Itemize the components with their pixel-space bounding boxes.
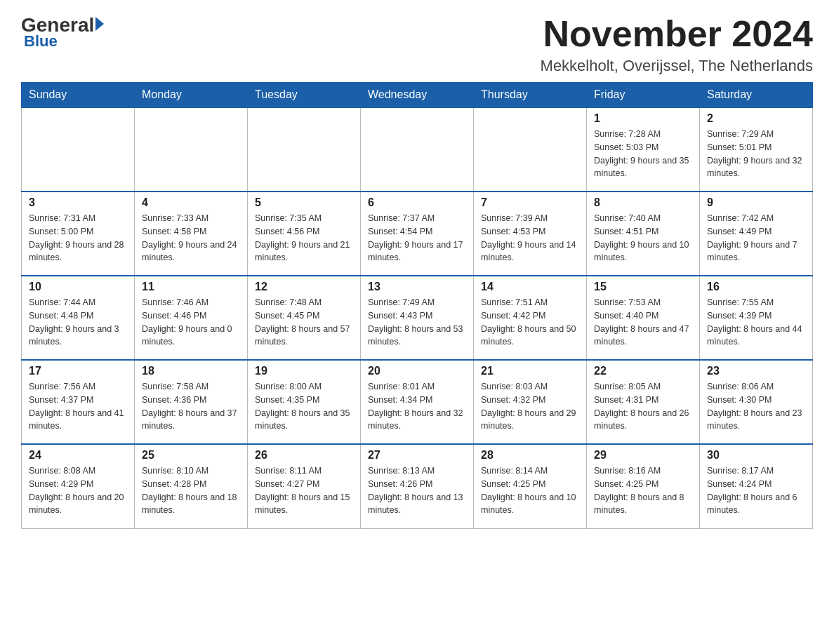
day-number: 20 xyxy=(368,365,466,377)
calendar-cell xyxy=(22,107,135,192)
calendar-week-2: 3Sunrise: 7:31 AMSunset: 5:00 PMDaylight… xyxy=(22,192,813,276)
day-info: Sunrise: 7:42 AMSunset: 4:49 PMDaylight:… xyxy=(707,212,805,264)
day-number: 3 xyxy=(29,196,127,209)
day-number: 27 xyxy=(368,449,466,462)
calendar-cell: 6Sunrise: 7:37 AMSunset: 4:54 PMDaylight… xyxy=(361,192,474,276)
day-number: 13 xyxy=(368,281,466,293)
day-info: Sunrise: 7:46 AMSunset: 4:46 PMDaylight:… xyxy=(142,296,240,349)
day-number: 18 xyxy=(142,365,240,377)
calendar-cell: 11Sunrise: 7:46 AMSunset: 4:46 PMDayligh… xyxy=(135,276,248,360)
calendar-cell: 1Sunrise: 7:28 AMSunset: 5:03 PMDaylight… xyxy=(587,107,700,192)
weekday-header-thursday: Thursday xyxy=(474,83,587,108)
day-number: 24 xyxy=(29,449,127,462)
logo: General Blue xyxy=(21,14,104,51)
calendar-cell: 29Sunrise: 8:16 AMSunset: 4:25 PMDayligh… xyxy=(587,444,700,528)
day-number: 12 xyxy=(255,281,353,293)
calendar-cell: 9Sunrise: 7:42 AMSunset: 4:49 PMDaylight… xyxy=(700,192,813,276)
calendar-cell: 26Sunrise: 8:11 AMSunset: 4:27 PMDayligh… xyxy=(248,444,361,528)
day-info: Sunrise: 8:10 AMSunset: 4:28 PMDaylight:… xyxy=(142,464,240,517)
location-title: Mekkelholt, Overijssel, The Netherlands xyxy=(541,57,813,75)
calendar-week-1: 1Sunrise: 7:28 AMSunset: 5:03 PMDaylight… xyxy=(22,107,813,192)
day-number: 9 xyxy=(707,196,805,209)
day-number: 2 xyxy=(707,112,805,125)
calendar-cell: 20Sunrise: 8:01 AMSunset: 4:34 PMDayligh… xyxy=(361,360,474,444)
day-number: 30 xyxy=(707,449,805,462)
calendar-cell: 13Sunrise: 7:49 AMSunset: 4:43 PMDayligh… xyxy=(361,276,474,360)
day-number: 22 xyxy=(594,365,692,377)
day-number: 28 xyxy=(481,449,579,462)
calendar-cell: 19Sunrise: 8:00 AMSunset: 4:35 PMDayligh… xyxy=(248,360,361,444)
calendar-cell: 28Sunrise: 8:14 AMSunset: 4:25 PMDayligh… xyxy=(474,444,587,528)
day-info: Sunrise: 7:37 AMSunset: 4:54 PMDaylight:… xyxy=(368,212,466,264)
day-info: Sunrise: 8:01 AMSunset: 4:34 PMDaylight:… xyxy=(368,380,466,433)
logo-arrow-icon xyxy=(95,17,104,31)
day-info: Sunrise: 8:03 AMSunset: 4:32 PMDaylight:… xyxy=(481,380,579,433)
logo-blue-text: Blue xyxy=(24,32,58,51)
calendar-cell: 27Sunrise: 8:13 AMSunset: 4:26 PMDayligh… xyxy=(361,444,474,528)
calendar-cell xyxy=(248,107,361,192)
calendar-cell: 16Sunrise: 7:55 AMSunset: 4:39 PMDayligh… xyxy=(700,276,813,360)
day-number: 10 xyxy=(29,281,127,293)
day-info: Sunrise: 7:31 AMSunset: 5:00 PMDaylight:… xyxy=(29,212,127,264)
day-number: 11 xyxy=(142,281,240,293)
weekday-header-sunday: Sunday xyxy=(22,83,135,108)
day-number: 26 xyxy=(255,449,353,462)
day-info: Sunrise: 8:11 AMSunset: 4:27 PMDaylight:… xyxy=(255,464,353,517)
day-info: Sunrise: 8:08 AMSunset: 4:29 PMDaylight:… xyxy=(29,464,127,517)
day-number: 17 xyxy=(29,365,127,377)
calendar-cell: 10Sunrise: 7:44 AMSunset: 4:48 PMDayligh… xyxy=(22,276,135,360)
day-info: Sunrise: 7:28 AMSunset: 5:03 PMDaylight:… xyxy=(594,128,692,180)
calendar-cell: 23Sunrise: 8:06 AMSunset: 4:30 PMDayligh… xyxy=(700,360,813,444)
calendar-week-3: 10Sunrise: 7:44 AMSunset: 4:48 PMDayligh… xyxy=(22,276,813,360)
title-area: November 2024 Mekkelholt, Overijssel, Th… xyxy=(541,14,813,75)
day-info: Sunrise: 7:48 AMSunset: 4:45 PMDaylight:… xyxy=(255,296,353,349)
calendar-cell: 8Sunrise: 7:40 AMSunset: 4:51 PMDaylight… xyxy=(587,192,700,276)
day-info: Sunrise: 7:51 AMSunset: 4:42 PMDaylight:… xyxy=(481,296,579,349)
day-info: Sunrise: 7:58 AMSunset: 4:36 PMDaylight:… xyxy=(142,380,240,433)
calendar-cell: 18Sunrise: 7:58 AMSunset: 4:36 PMDayligh… xyxy=(135,360,248,444)
day-number: 6 xyxy=(368,196,466,209)
weekday-header-saturday: Saturday xyxy=(700,83,813,108)
day-number: 19 xyxy=(255,365,353,377)
calendar-cell: 15Sunrise: 7:53 AMSunset: 4:40 PMDayligh… xyxy=(587,276,700,360)
calendar-cell: 25Sunrise: 8:10 AMSunset: 4:28 PMDayligh… xyxy=(135,444,248,528)
day-number: 1 xyxy=(594,112,692,125)
calendar-cell: 24Sunrise: 8:08 AMSunset: 4:29 PMDayligh… xyxy=(22,444,135,528)
day-number: 7 xyxy=(481,196,579,209)
day-number: 15 xyxy=(594,281,692,293)
day-number: 29 xyxy=(594,449,692,462)
calendar-cell xyxy=(135,107,248,192)
day-info: Sunrise: 8:05 AMSunset: 4:31 PMDaylight:… xyxy=(594,380,692,433)
day-info: Sunrise: 7:40 AMSunset: 4:51 PMDaylight:… xyxy=(594,212,692,264)
day-info: Sunrise: 7:39 AMSunset: 4:53 PMDaylight:… xyxy=(481,212,579,264)
calendar-cell: 5Sunrise: 7:35 AMSunset: 4:56 PMDaylight… xyxy=(248,192,361,276)
calendar-week-4: 17Sunrise: 7:56 AMSunset: 4:37 PMDayligh… xyxy=(22,360,813,444)
calendar-table: SundayMondayTuesdayWednesdayThursdayFrid… xyxy=(21,82,813,529)
day-number: 14 xyxy=(481,281,579,293)
month-title: November 2024 xyxy=(541,14,813,54)
calendar-cell xyxy=(361,107,474,192)
day-number: 25 xyxy=(142,449,240,462)
calendar-week-5: 24Sunrise: 8:08 AMSunset: 4:29 PMDayligh… xyxy=(22,444,813,528)
day-info: Sunrise: 7:55 AMSunset: 4:39 PMDaylight:… xyxy=(707,296,805,349)
day-info: Sunrise: 7:49 AMSunset: 4:43 PMDaylight:… xyxy=(368,296,466,349)
calendar-cell: 2Sunrise: 7:29 AMSunset: 5:01 PMDaylight… xyxy=(700,107,813,192)
weekday-header-wednesday: Wednesday xyxy=(361,83,474,108)
day-info: Sunrise: 7:44 AMSunset: 4:48 PMDaylight:… xyxy=(29,296,127,349)
calendar-cell: 7Sunrise: 7:39 AMSunset: 4:53 PMDaylight… xyxy=(474,192,587,276)
day-info: Sunrise: 8:13 AMSunset: 4:26 PMDaylight:… xyxy=(368,464,466,517)
day-number: 8 xyxy=(594,196,692,209)
day-info: Sunrise: 7:56 AMSunset: 4:37 PMDaylight:… xyxy=(29,380,127,433)
day-number: 16 xyxy=(707,281,805,293)
calendar-cell xyxy=(474,107,587,192)
weekday-header-monday: Monday xyxy=(135,83,248,108)
day-info: Sunrise: 8:16 AMSunset: 4:25 PMDaylight:… xyxy=(594,464,692,517)
calendar-cell: 22Sunrise: 8:05 AMSunset: 4:31 PMDayligh… xyxy=(587,360,700,444)
weekday-header-friday: Friday xyxy=(587,83,700,108)
day-info: Sunrise: 7:29 AMSunset: 5:01 PMDaylight:… xyxy=(707,128,805,180)
weekday-header-tuesday: Tuesday xyxy=(248,83,361,108)
day-info: Sunrise: 8:17 AMSunset: 4:24 PMDaylight:… xyxy=(707,464,805,517)
calendar-cell: 14Sunrise: 7:51 AMSunset: 4:42 PMDayligh… xyxy=(474,276,587,360)
day-info: Sunrise: 8:00 AMSunset: 4:35 PMDaylight:… xyxy=(255,380,353,433)
calendar-cell: 30Sunrise: 8:17 AMSunset: 4:24 PMDayligh… xyxy=(700,444,813,528)
